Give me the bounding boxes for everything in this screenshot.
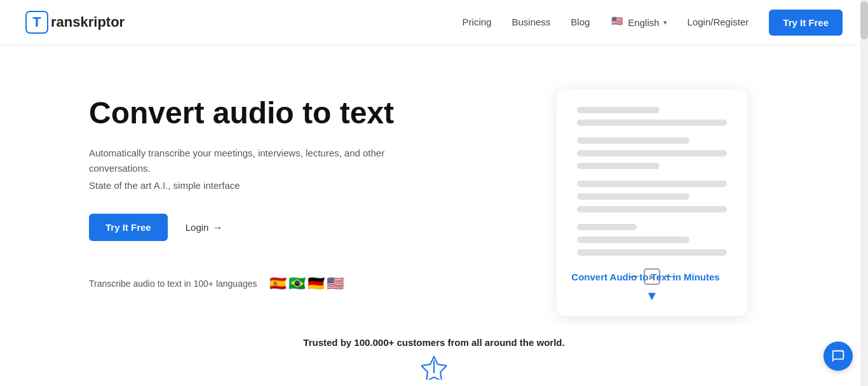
us-flag-icon: 🇺🇸 bbox=[610, 15, 624, 29]
hero-illustration: ▶ ▼ Convert Audio to Text in Minutes bbox=[538, 83, 779, 286]
hero-login-link[interactable]: Login → bbox=[186, 222, 223, 233]
chat-bubble-btn[interactable] bbox=[824, 341, 853, 371]
hero-subtitle: Automatically transcribe your meetings, … bbox=[89, 146, 419, 176]
hero-actions: Try It Free Login → bbox=[89, 214, 419, 241]
doc-line-5 bbox=[577, 163, 660, 169]
bottom-chart bbox=[0, 348, 868, 380]
nav-business[interactable]: Business bbox=[512, 17, 550, 27]
nav-links: Pricing Business Blog 🇺🇸 English ▾ Login… bbox=[463, 10, 843, 36]
language-label: English bbox=[628, 17, 659, 28]
nav-blog[interactable]: Blog bbox=[571, 17, 590, 27]
arrow-right-icon: → bbox=[212, 222, 222, 233]
doc-line-2 bbox=[577, 120, 727, 126]
hero-section: Convert audio to text Automatically tran… bbox=[0, 45, 868, 324]
chevron-down-icon: ▾ bbox=[663, 18, 667, 27]
languages-row: Transcribe audio to text in 100+ languag… bbox=[89, 272, 419, 296]
chart-icon bbox=[421, 354, 447, 380]
doc-line-3 bbox=[577, 137, 689, 144]
login-register-link[interactable]: Login/Register bbox=[688, 17, 749, 27]
logo-text: ranskriptor bbox=[51, 14, 125, 31]
doc-line-4 bbox=[577, 150, 727, 156]
chat-icon bbox=[831, 349, 845, 363]
logo-link[interactable]: T ranskriptor bbox=[25, 11, 125, 34]
scrollbar[interactable] bbox=[860, 0, 868, 386]
illustration-caption: Convert Audio to Text in Minutes bbox=[544, 272, 747, 282]
hero-title: Convert audio to text bbox=[89, 95, 419, 130]
languages-text: Transcribe audio to text in 100+ languag… bbox=[89, 279, 257, 289]
nav-pricing[interactable]: Pricing bbox=[463, 17, 492, 27]
doc-line-6 bbox=[577, 181, 727, 187]
flag-us: 🇺🇸 bbox=[323, 272, 348, 296]
flag-row: 🇪🇸 🇧🇷 🇩🇪 🇺🇸 bbox=[266, 272, 348, 296]
trusted-bar: Trusted by 100.000+ customers from all a… bbox=[0, 324, 868, 386]
hero-left: Convert audio to text Automatically tran… bbox=[89, 83, 419, 296]
doc-line-1 bbox=[577, 107, 660, 113]
doc-line-11 bbox=[577, 249, 727, 256]
doc-line-8 bbox=[577, 206, 727, 212]
hero-login-text: Login bbox=[186, 222, 209, 233]
navbar: T ranskriptor Pricing Business Blog 🇺🇸 E… bbox=[0, 0, 868, 45]
doc-line-9 bbox=[577, 224, 637, 230]
doc-line-10 bbox=[577, 237, 689, 243]
doc-line-7 bbox=[577, 193, 689, 200]
navbar-try-btn[interactable]: Try It Free bbox=[769, 10, 843, 36]
trusted-text: Trusted by 100.000+ customers from all a… bbox=[0, 337, 868, 348]
language-selector[interactable]: 🇺🇸 English ▾ bbox=[610, 15, 667, 29]
hero-try-btn[interactable]: Try It Free bbox=[89, 214, 168, 241]
scrollbar-thumb[interactable] bbox=[860, 1, 868, 39]
hero-tagline: State of the art A.I., simple interface bbox=[89, 180, 419, 191]
logo-icon: T bbox=[25, 11, 48, 34]
logo-letter: T bbox=[32, 15, 41, 29]
cursor-icon: ▼ bbox=[646, 289, 658, 303]
hero-content: Convert audio to text Automatically tran… bbox=[0, 45, 868, 324]
